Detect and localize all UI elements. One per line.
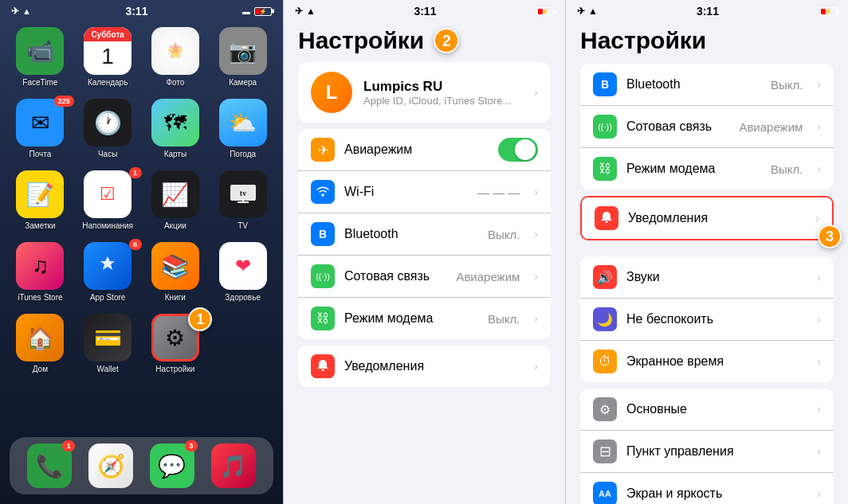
cellular2-label: Сотовая связь (626, 119, 729, 134)
wifi-row-icon (311, 180, 335, 204)
app-appstore[interactable]: 6 App Store (77, 242, 139, 303)
settings-row-general[interactable]: ⚙ Основные › (580, 389, 834, 431)
app-reminders[interactable]: ☑ 1 Напоминания (77, 170, 139, 231)
settings-row-controlcenter[interactable]: ⊟ Пункт управления › (580, 431, 834, 473)
app-facetime[interactable]: 📹 FaceTime (10, 27, 71, 88)
app-settings[interactable]: ⚙ Настройки 1 (145, 314, 206, 374)
display-label: Экран и яркость (626, 486, 807, 501)
settings-row-cellular2[interactable]: ((·)) Сотовая связь Авиарежим › (580, 106, 834, 148)
app-itunes[interactable]: ♫ iTunes Store (10, 242, 71, 303)
app-home[interactable]: 🏠 Дом (10, 314, 71, 374)
dock-phone[interactable]: 📞 1 (27, 443, 72, 488)
screentime-icon: ⏱ (593, 350, 617, 373)
dnd-chevron: › (817, 313, 821, 326)
app-stocks[interactable]: 📈 Акции (145, 170, 206, 231)
app-maps[interactable]: 🗺 Карты (145, 99, 206, 159)
settings-title-2: Настройки (298, 27, 424, 54)
settings-row-sounds[interactable]: 🔊 Звуки › (580, 256, 834, 299)
app-health[interactable]: ❤ Здоровье (212, 242, 273, 303)
settings-row-notifications[interactable]: Уведомления › (298, 346, 551, 387)
app-books[interactable]: 📚 Книги (145, 242, 206, 303)
app-photos[interactable]: Фото (145, 27, 206, 88)
bluetooth-row-icon: B (311, 222, 335, 246)
airplane-mode-icon: ✈ (11, 6, 19, 17)
app-clock[interactable]: 🕐 Часы (77, 99, 139, 159)
settings-row-hotspot2[interactable]: ⛓ Режим модема Выкл. › (580, 148, 834, 189)
settings-section-connectivity: ✈ Авиарежим Wi-Fi — — — › B Bluetooth Вы… (298, 129, 551, 339)
wallet-label: Wallet (96, 365, 118, 374)
cellular-row-icon: ((·)) (311, 264, 335, 288)
panel-home-screen: ✈ ▲ 3:11 ▬ ⚡ 📹 FaceTime Суббота 1 Календ… (0, 0, 283, 504)
camera-icon: 📷 (219, 27, 267, 75)
sounds-icon: 🔊 (593, 265, 617, 289)
app-camera[interactable]: 📷 Камера (212, 27, 273, 88)
home-label: Дом (33, 365, 48, 374)
safari-icon: 🧭 (88, 443, 133, 488)
controlcenter-icon: ⊟ (593, 440, 617, 463)
bluetooth-value: Выкл. (488, 228, 520, 241)
hotspot-row-icon: ⛓ (311, 307, 335, 330)
hotspot2-label: Режим модема (626, 162, 761, 176)
app-tv[interactable]: tv TV (212, 170, 273, 231)
dock: 📞 1 🧭 💬 3 🎵 (10, 437, 273, 494)
airplane-row-icon: ✈ (311, 138, 335, 162)
clock-icon: 🕐 (84, 99, 132, 147)
step2-badge: 2 (434, 28, 459, 53)
general-label: Основные (626, 402, 807, 416)
cellular-value: Авиарежим (456, 270, 520, 283)
battery-icon-2: ⚡ (535, 6, 554, 17)
settings-row-bluetooth2[interactable]: B Bluetooth Выкл. › (580, 64, 834, 106)
dock-music[interactable]: 🎵 (211, 443, 256, 488)
messages-badge: 3 (185, 440, 198, 451)
settings-row-wifi[interactable]: Wi-Fi — — — › (298, 171, 551, 213)
cellular2-icon: ((·)) (593, 115, 617, 139)
airplane-icon-2: ✈ (295, 6, 303, 17)
settings-row-cellular[interactable]: ((·)) Сотовая связь Авиарежим › (298, 256, 551, 298)
settings-row-screentime[interactable]: ⏱ Экранное время › (580, 341, 834, 382)
dock-messages[interactable]: 💬 3 (150, 443, 194, 488)
profile-avatar: L (311, 72, 352, 113)
app-wallet[interactable]: 💳 Wallet (77, 314, 139, 374)
time-display-2: 3:11 (414, 5, 436, 18)
dock-safari[interactable]: 🧭 (88, 443, 133, 488)
reminders-badge: 1 (129, 167, 142, 178)
profile-info: Lumpics RU Apple ID, iCloud, iTunes Stor… (363, 79, 523, 107)
notifications-highlighted-label: Уведомления (628, 211, 806, 225)
notifications-highlighted-chevron: › (815, 212, 819, 225)
app-notes[interactable]: 📝 Заметки (10, 170, 71, 231)
profile-row[interactable]: L Lumpics RU Apple ID, iCloud, iTunes St… (298, 62, 551, 123)
settings-row-notifications-highlighted[interactable]: Уведомления › (582, 197, 832, 239)
app-calendar[interactable]: Суббота 1 Календарь (77, 27, 139, 88)
app-mail[interactable]: ✉ 225 Почта (10, 99, 71, 159)
general-icon: ⚙ (593, 397, 617, 421)
wallet-icon: 💳 (84, 314, 132, 361)
notes-icon: 📝 (16, 170, 64, 218)
weather-icon: ⛅ (219, 99, 267, 147)
notifications-highlighted-section: Уведомления › (580, 196, 834, 240)
notifications-chevron: › (534, 360, 538, 373)
settings-row-dnd[interactable]: 🌙 Не беспокоить › (580, 299, 834, 341)
time-display-1: 3:11 (125, 5, 147, 18)
settings-row-airplane[interactable]: ✈ Авиарежим (298, 129, 551, 171)
settings-header-3: Настройки (566, 21, 848, 57)
screentime-label: Экранное время (626, 354, 807, 369)
svg-text:tv: tv (239, 189, 245, 197)
app-weather[interactable]: ⛅ Погода (212, 99, 273, 159)
settings-header-2: Настройки 2 (284, 21, 565, 57)
settings-row-hotspot[interactable]: ⛓ Режим модема Выкл. › (298, 298, 551, 339)
settings-row-display[interactable]: AA Экран и яркость › (580, 473, 834, 504)
step3-badge: 3 (818, 225, 842, 248)
reminders-label: Напоминания (82, 221, 133, 231)
signal-icon-1: ▬ (242, 7, 250, 16)
panel-settings-detail: ✈ ▲ 3:11 ⚡ Настройки B Bluetooth Выкл. ›… (565, 0, 848, 504)
camera-label: Камера (229, 78, 257, 88)
wifi-icon-1: ▲ (22, 6, 31, 16)
settings-row-bluetooth[interactable]: B Bluetooth Выкл. › (298, 213, 551, 256)
settings-section-middle: 🔊 Звуки › 🌙 Не беспокоить › ⏱ Экранное в… (580, 256, 834, 382)
health-icon: ❤ (219, 242, 267, 290)
facetime-icon: 📹 (16, 27, 64, 75)
weather-label: Погода (230, 150, 256, 159)
airplane-toggle[interactable] (498, 138, 538, 162)
cellular2-chevron: › (817, 120, 821, 133)
books-icon: 📚 (151, 242, 199, 290)
